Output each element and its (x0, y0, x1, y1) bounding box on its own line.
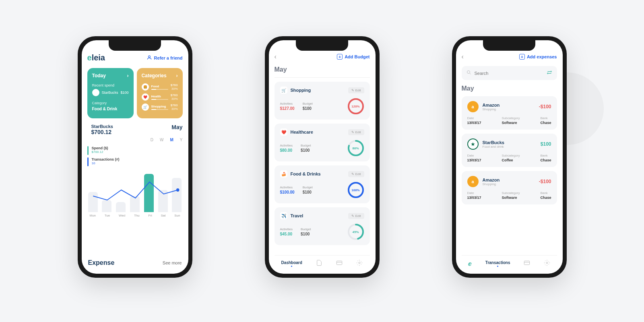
chart-day-label: Tue (105, 214, 110, 217)
nav-settings[interactable] (544, 260, 550, 267)
chart-bar (88, 192, 98, 212)
app-logo: eleia (87, 53, 105, 62)
budget-card[interactable]: ❤️Healthcare ✎Edit Activities$80.00 Budg… (275, 124, 370, 161)
user-icon (147, 55, 152, 61)
transaction-card[interactable]: a AmazonShopping -$100 Date13/03/17 Subc… (462, 171, 557, 204)
period-tab-M[interactable]: M (170, 138, 173, 142)
edit-button[interactable]: ✎Edit (348, 129, 364, 135)
transaction-card[interactable]: a AmazonShopping -$100 Date13/03/17 Subc… (462, 96, 557, 130)
budget-name: Food & Drinks (291, 171, 321, 176)
summary-month: May (171, 124, 182, 130)
tx-legend-bar (87, 157, 89, 166)
svg-point-16 (550, 71, 551, 72)
chart-day-label: Mon (90, 214, 96, 217)
nav-home[interactable]: ⅇ (468, 260, 472, 267)
card-icon (336, 260, 343, 267)
spend-legend-title: Spend ($) (92, 146, 108, 150)
tx-category: Shopping (483, 182, 500, 186)
categories-card[interactable]: Categories› 🍔 Food $76030% ❤️ Health $76… (137, 68, 183, 118)
phone-transactions: ‹ + Add expenses May a AmazonShopping -$… (452, 36, 567, 278)
progress-ring: 100% (347, 182, 364, 198)
edit-button[interactable]: ✎Edit (348, 171, 364, 177)
tx-amount: -$100 (539, 104, 551, 109)
merchant-icon: a (467, 176, 479, 187)
add-expenses-button[interactable]: + Add expenses (519, 54, 557, 60)
spend-amount: $100 (121, 91, 129, 95)
chart-day-label: Fri (148, 214, 152, 217)
chart-bar (158, 190, 168, 212)
expense-chart (87, 172, 183, 212)
tx-legend-value: 10 (92, 161, 120, 165)
nav-settings[interactable] (356, 260, 363, 267)
chart-day-label: Sun (174, 214, 180, 217)
period-tab-Y[interactable]: Y (180, 138, 183, 142)
category-value: Food & Drink (92, 107, 129, 111)
edit-button[interactable]: ✎Edit (348, 87, 364, 93)
category-item[interactable]: ❤️ Health $76030% (142, 93, 178, 101)
nav-transactions[interactable]: Transactions (485, 260, 510, 267)
today-title: Today (92, 73, 106, 78)
budget-card[interactable]: 🛒Shopping ✎Edit Activities$127.00 Budget… (275, 82, 370, 120)
chart-bar (144, 174, 154, 212)
plus-icon: + (337, 54, 343, 60)
budget-icon: ✈️ (280, 212, 287, 219)
add-expenses-label: Add expenses (527, 54, 557, 59)
gear-icon (356, 260, 363, 267)
tx-legend-title: Transactions (#) (92, 157, 120, 161)
month-title: May (275, 66, 370, 73)
nav-cards[interactable] (524, 260, 530, 267)
pencil-icon: ✎ (351, 214, 354, 218)
tx-category: Food and drink (483, 145, 504, 149)
month-title: May (462, 85, 557, 92)
nav-cards[interactable] (336, 260, 343, 267)
budget-card[interactable]: 🍰Food & Drinks ✎Edit Activities$100.00 B… (275, 165, 370, 203)
refer-friend-button[interactable]: Refer a friend (147, 55, 183, 61)
filter-icon[interactable] (547, 70, 552, 76)
category-item[interactable]: 🍔 Food $76030% (142, 83, 178, 91)
today-card[interactable]: Today› Recent spend ★ StarBucks $100 Cat… (87, 68, 134, 118)
nav-documents[interactable] (316, 260, 322, 267)
bottom-nav: ⅇ Transactions (462, 255, 557, 269)
bottom-nav: Dashboard (275, 255, 370, 269)
edit-button[interactable]: ✎Edit (348, 213, 364, 219)
phone-dashboard: eleia Refer a friend Today› Recent spend… (78, 36, 192, 278)
category-icon: 🛒 (142, 103, 149, 111)
period-tab-D[interactable]: D (151, 138, 153, 142)
category-label: Category (92, 101, 129, 105)
plus-icon: + (519, 54, 525, 60)
budget-icon: 🛒 (280, 87, 287, 94)
budget-name: Healthcare (291, 130, 313, 134)
spend-legend-bar (87, 146, 89, 155)
starbucks-icon: ★ (92, 89, 99, 96)
chart-bar (130, 196, 140, 212)
nav-dashboard[interactable]: Dashboard (281, 260, 302, 267)
refer-label: Refer a friend (154, 56, 183, 60)
see-more-button[interactable]: See more (163, 260, 182, 265)
search-bar[interactable] (462, 66, 557, 80)
add-budget-button[interactable]: + Add Budget (337, 54, 369, 60)
budget-card[interactable]: ✈️Travel ✎Edit Activities$45.00 Budget$1… (275, 207, 370, 245)
budget-icon: 🍰 (280, 170, 287, 178)
category-icon: ❤️ (142, 93, 149, 101)
category-icon: 🍔 (142, 83, 149, 91)
back-button[interactable]: ‹ (275, 53, 277, 60)
svg-line-14 (469, 73, 471, 74)
svg-point-21 (546, 262, 548, 264)
card-icon (524, 260, 530, 267)
svg-rect-19 (524, 261, 529, 264)
search-input[interactable] (475, 71, 547, 76)
expense-title: Expense (88, 259, 115, 266)
svg-point-18 (547, 73, 548, 74)
phone-notch (109, 40, 161, 51)
svg-point-13 (467, 71, 470, 74)
add-budget-label: Add Budget (345, 54, 369, 59)
chevron-right-icon: › (127, 73, 129, 78)
category-item[interactable]: 🛒 Shopping $76030% (142, 103, 178, 111)
transaction-card[interactable]: ★ StarBucksFood and drink $100 Date13/03… (462, 134, 557, 167)
gear-icon (544, 260, 550, 267)
svg-point-0 (148, 56, 150, 58)
progress-ring: 45% (347, 223, 364, 240)
document-icon (316, 260, 322, 267)
back-button[interactable]: ‹ (462, 53, 464, 60)
period-tab-W[interactable]: W (160, 138, 163, 142)
